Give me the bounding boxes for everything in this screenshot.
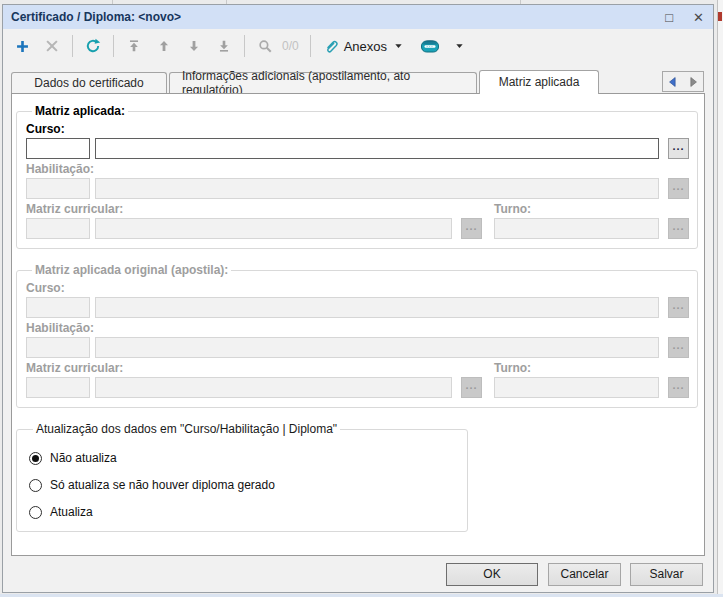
- paperclip-icon: [324, 38, 338, 54]
- print-button[interactable]: [414, 33, 446, 59]
- tab-label: Matriz aplicada: [499, 75, 580, 89]
- delete-record-button[interactable]: [39, 33, 65, 59]
- arrow-last-icon: [217, 39, 231, 53]
- matriz-curricular-original-lookup-button: ...: [461, 377, 482, 398]
- matriz-curricular-original-name-input: [95, 377, 452, 398]
- matriz-curricular-original-code-input: [26, 377, 90, 398]
- turno-lookup-button: ...: [668, 218, 689, 239]
- arrow-up-icon: [157, 39, 171, 53]
- tab-bar: Dados do certificado Informações adicion…: [3, 63, 713, 93]
- radio-label[interactable]: Só atualiza se não houver diploma gerado: [50, 478, 275, 492]
- habilitacao-original-code-input: [26, 337, 90, 358]
- toolbar: 0/0 Anexos: [3, 29, 713, 63]
- habilitacao-label: Habilitação:: [26, 162, 689, 176]
- toolbar-separator: [310, 35, 311, 57]
- matriz-curricular-lookup-button: ...: [461, 218, 482, 239]
- turno-original-lookup-button: ...: [668, 377, 689, 398]
- refresh-icon: [85, 38, 101, 54]
- radio-button[interactable]: [29, 506, 42, 519]
- habilitacao-code-input: [26, 178, 90, 199]
- tab-scroll-right-button[interactable]: [685, 74, 701, 90]
- background-strip: [717, 0, 723, 597]
- delete-x-icon: [45, 39, 59, 53]
- radio-option-nao-atualiza[interactable]: Não atualiza: [29, 449, 457, 467]
- chevron-down-icon: [454, 41, 465, 51]
- curso-label: Curso:: [26, 122, 689, 136]
- toolbar-separator: [113, 35, 114, 57]
- habilitacao-original-name-input: [95, 337, 659, 358]
- curso-original-label: Curso:: [26, 281, 689, 295]
- tab-informacoes-adicionais[interactable]: Informações adicionais (apostilamento, a…: [169, 72, 477, 93]
- toolbar-separator: [72, 35, 73, 57]
- refresh-button[interactable]: [80, 33, 106, 59]
- habilitacao-original-lookup-button: ...: [668, 337, 689, 358]
- matriz-curricular-label: Matriz curricular:: [26, 202, 482, 216]
- toolbar-separator: [244, 35, 245, 57]
- close-icon[interactable]: ✕: [690, 9, 707, 26]
- habilitacao-lookup-button: ...: [668, 178, 689, 199]
- arrow-first-icon: [127, 39, 141, 53]
- tab-scroller: [662, 71, 704, 92]
- background-mark: [718, 12, 722, 21]
- turno-input: [494, 218, 659, 239]
- curso-name-input[interactable]: [95, 138, 659, 159]
- cancel-button[interactable]: Cancelar: [548, 563, 621, 586]
- record-counter: 0/0: [282, 39, 299, 53]
- habilitacao-name-input: [95, 178, 659, 199]
- chevron-down-icon: [393, 41, 404, 51]
- group-matriz-aplicada: Matriz aplicada: Curso: ... Habilitação:…: [16, 104, 698, 249]
- curso-code-input[interactable]: [26, 138, 90, 159]
- go-up-button[interactable]: [151, 33, 177, 59]
- tab-label: Dados do certificado: [34, 76, 143, 90]
- certificado-diploma-dialog: Certificado / Diploma: <novo> □ ✕: [2, 4, 714, 593]
- radio-option-atualiza[interactable]: Atualiza: [29, 503, 457, 521]
- tab-dados-do-certificado[interactable]: Dados do certificado: [11, 72, 167, 93]
- go-last-button[interactable]: [211, 33, 237, 59]
- habilitacao-original-label: Habilitação:: [26, 321, 689, 335]
- attachments-label: Anexos: [344, 39, 387, 54]
- ok-button[interactable]: OK: [446, 563, 538, 586]
- maximize-icon[interactable]: □: [662, 9, 676, 26]
- matriz-curricular-original-label: Matriz curricular:: [26, 361, 482, 375]
- group-legend: Atualização dos dados em "Curso/Habilita…: [33, 422, 340, 436]
- group-legend: Matriz aplicada:: [32, 104, 128, 118]
- radio-label[interactable]: Não atualiza: [50, 451, 117, 465]
- plus-icon: [15, 39, 30, 54]
- curso-original-name-input: [95, 297, 659, 318]
- radio-label[interactable]: Atualiza: [50, 505, 93, 519]
- footer-bar: OK Cancelar Salvar: [3, 556, 713, 592]
- title-bar[interactable]: Certificado / Diploma: <novo> □ ✕: [3, 5, 713, 29]
- turno-original-input: [494, 377, 659, 398]
- radio-button[interactable]: [29, 452, 42, 465]
- go-down-button[interactable]: [181, 33, 207, 59]
- group-atualizacao-dados: Atualização dos dados em "Curso/Habilita…: [16, 422, 468, 532]
- attachments-button[interactable]: Anexos: [318, 33, 410, 59]
- go-first-button[interactable]: [121, 33, 147, 59]
- save-button[interactable]: Salvar: [630, 563, 703, 586]
- printer-icon: [420, 39, 440, 54]
- search-button[interactable]: [252, 33, 278, 59]
- group-matriz-aplicada-original: Matriz aplicada original (apostila): Cur…: [16, 263, 698, 408]
- curso-original-code-input: [26, 297, 90, 318]
- group-legend: Matriz aplicada original (apostila):: [32, 263, 231, 277]
- tab-matriz-aplicada[interactable]: Matriz aplicada: [479, 70, 599, 94]
- arrow-down-icon: [187, 39, 201, 53]
- radio-option-so-atualiza[interactable]: Só atualiza se não houver diploma gerado: [29, 476, 457, 494]
- add-record-button[interactable]: [9, 33, 35, 59]
- window-title: Certificado / Diploma: <novo>: [11, 10, 181, 24]
- turno-original-label: Turno:: [494, 361, 689, 375]
- tab-page-matriz-aplicada: Matriz aplicada: Curso: ... Habilitação:…: [11, 93, 705, 556]
- tab-scroll-left-button[interactable]: [665, 74, 681, 90]
- search-icon: [258, 39, 273, 54]
- turno-label: Turno:: [494, 202, 689, 216]
- radio-button[interactable]: [29, 479, 42, 492]
- curso-original-lookup-button: ...: [668, 297, 689, 318]
- curso-lookup-button[interactable]: ...: [668, 138, 689, 159]
- print-options-button[interactable]: [450, 33, 468, 59]
- matriz-curricular-code-input: [26, 218, 90, 239]
- matriz-curricular-name-input: [95, 218, 452, 239]
